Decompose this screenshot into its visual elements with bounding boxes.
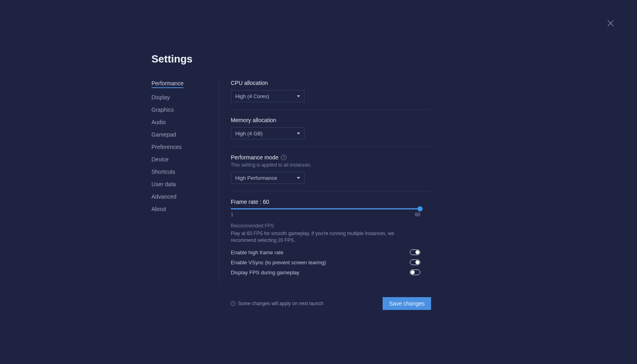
sidebar-item-about[interactable]: About (151, 206, 166, 212)
frame-rate-slider[interactable] (231, 208, 420, 209)
performance-mode-sublabel: This setting is applied to all instances… (231, 162, 432, 168)
recommended-fps-title: Recommended FPS (231, 223, 432, 229)
caret-down-icon (297, 133, 300, 135)
frame-rate-min: 1 (231, 212, 234, 217)
sidebar-item-user-data[interactable]: User data (151, 181, 176, 187)
frame-rate-label: Frame rate : 60 (231, 199, 432, 205)
save-changes-button[interactable]: Save changes (383, 297, 431, 310)
enable-high-frame-rate-label: Enable high frame rate (231, 249, 284, 255)
performance-mode-label: Performance mode ? (231, 154, 432, 161)
page-title: Settings (151, 53, 432, 65)
caret-down-icon (297, 177, 300, 179)
display-fps-toggle[interactable] (410, 269, 420, 275)
sidebar: Performance Display Graphics Audio Gamep… (151, 80, 220, 284)
sidebar-item-display[interactable]: Display (151, 94, 170, 101)
close-button[interactable] (607, 20, 614, 26)
content-panel: CPU allocation High (4 Cores) Memory all… (220, 80, 432, 310)
memory-allocation-select[interactable]: High (4 GB) (231, 127, 304, 139)
info-icon: i (231, 301, 236, 306)
display-fps-label: Display FPS during gameplay (231, 269, 299, 276)
memory-allocation-label: Memory allocation (231, 117, 432, 123)
performance-mode-value: High Performance (235, 175, 277, 181)
help-icon[interactable]: ? (281, 155, 286, 160)
sidebar-item-gamepad[interactable]: Gamepad (151, 131, 176, 138)
sidebar-item-advanced[interactable]: Advanced (151, 193, 176, 200)
frame-rate-max: 60 (415, 212, 420, 217)
cpu-allocation-select[interactable]: High (4 Cores) (231, 90, 304, 102)
cpu-allocation-label: CPU allocation (231, 80, 432, 86)
cpu-allocation-value: High (4 Cores) (235, 93, 269, 99)
performance-mode-select[interactable]: High Performance (231, 172, 304, 184)
enable-vsync-label: Enable VSync (to prevent screen tearing) (231, 259, 326, 265)
enable-vsync-toggle[interactable] (410, 259, 420, 265)
memory-allocation-value: High (4 GB) (235, 131, 263, 137)
sidebar-item-graphics[interactable]: Graphics (151, 107, 174, 113)
recommended-fps-text: Play at 60 FPS for smooth gameplay. If y… (231, 230, 415, 244)
caret-down-icon (297, 95, 300, 97)
slider-thumb[interactable] (417, 206, 423, 211)
sidebar-item-preferences[interactable]: Preferences (151, 144, 181, 150)
sidebar-item-performance[interactable]: Performance (151, 80, 183, 88)
sidebar-item-shortcuts[interactable]: Shortcuts (151, 169, 175, 175)
enable-high-frame-rate-toggle[interactable] (410, 249, 420, 255)
sidebar-item-audio[interactable]: Audio (151, 119, 166, 125)
sidebar-item-device[interactable]: Device (151, 156, 169, 163)
footer-note: i Some changes will apply on next launch (231, 301, 323, 306)
